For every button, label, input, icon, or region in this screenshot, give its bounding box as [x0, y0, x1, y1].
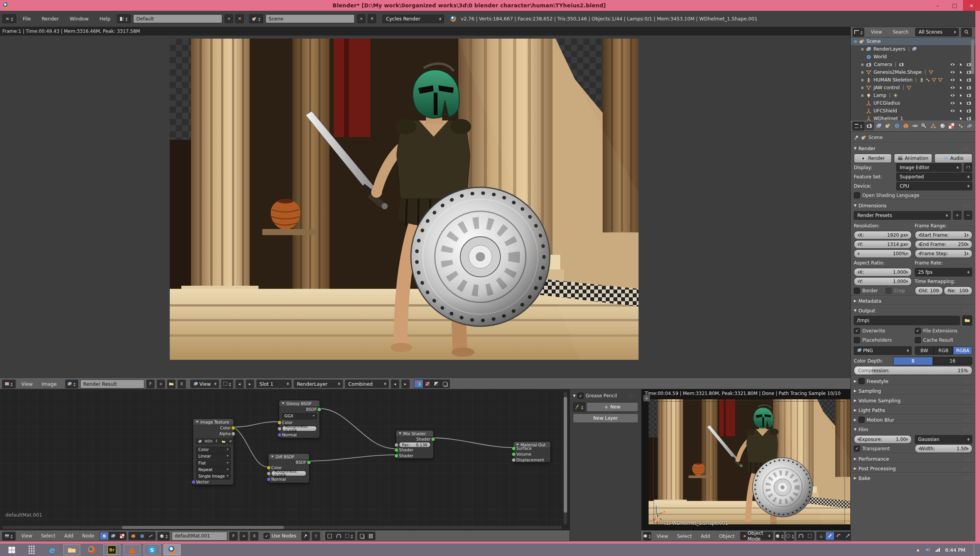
remap-old-field[interactable]: Old:100	[915, 286, 943, 295]
resolution-y-field[interactable]: Y:1314 px	[854, 240, 912, 249]
rgba-button[interactable]: RGBA	[953, 346, 972, 355]
aspect-y-field[interactable]: Y:1.000	[854, 277, 912, 286]
transparent-checkbox[interactable]: ✓	[854, 446, 860, 452]
vertical-scrollbar[interactable]	[564, 392, 567, 524]
horizontal-scrollbar[interactable]	[2, 526, 562, 529]
backdrop-icon[interactable]	[325, 532, 334, 540]
menu-view[interactable]: View	[18, 381, 36, 387]
manipulator-axis-icon[interactable]	[816, 532, 825, 540]
unlink-material-button[interactable]: X	[250, 532, 259, 541]
tab-object-data[interactable]	[929, 122, 938, 130]
socket-bsdf-out[interactable]	[307, 460, 311, 464]
panel-grip[interactable]: ::::	[963, 476, 970, 481]
panel-grip[interactable]: ::::	[963, 408, 970, 413]
projection-dropdown[interactable]: Flat	[196, 460, 231, 466]
snap-element-icon[interactable]	[796, 532, 805, 540]
panel-grip[interactable]: ::::	[963, 298, 970, 303]
show-hidden-icons-button[interactable]: ▲	[917, 548, 919, 552]
output-path-field[interactable]: /tmp\	[854, 316, 960, 325]
visibility-eye-icon[interactable]	[950, 70, 955, 74]
source-dropdown[interactable]: Single Image	[196, 473, 231, 480]
section-metadata[interactable]: ▶Metadata::::	[851, 296, 975, 305]
section-post-processing[interactable]: ▶Post Processing::::	[851, 463, 975, 473]
new-image-button[interactable]: +	[157, 380, 165, 388]
socket-color-in[interactable]	[277, 420, 282, 425]
region-expand-tab[interactable]: +	[643, 395, 650, 402]
socket-surface-in[interactable]	[512, 446, 516, 451]
osl-checkbox[interactable]	[854, 192, 860, 198]
menu-render[interactable]: Render	[37, 16, 63, 22]
window-titlebar[interactable]: Blender* [D:\My work\0organized works\3d…	[0, 0, 980, 11]
bw-button[interactable]: BW	[915, 346, 934, 355]
use-nodes-checkbox[interactable]: ✓	[264, 533, 270, 539]
render-pass-dropdown[interactable]: Combined	[345, 380, 389, 388]
menu-search[interactable]: Search	[889, 29, 913, 35]
go-to-parent-icon[interactable]: ⇧	[312, 532, 320, 541]
slot-dropdown[interactable]: Slot 1	[256, 380, 292, 388]
menu-image[interactable]: Image	[38, 381, 60, 387]
filter-width-field[interactable]: Width:1.50	[915, 444, 973, 453]
unlink-image-button[interactable]: X	[177, 380, 186, 388]
tab-physics[interactable]	[966, 122, 974, 130]
visibility-eye-icon[interactable]	[950, 109, 955, 113]
panel-grip[interactable]: ::::	[963, 456, 970, 461]
renderability-camera-icon[interactable]	[966, 93, 972, 97]
section-motion-blur[interactable]: ▶Motion Blur::::	[851, 415, 975, 424]
rgb-button[interactable]: RGB	[934, 346, 953, 355]
tab-render[interactable]	[865, 122, 874, 130]
selectability-cursor-icon[interactable]	[959, 109, 963, 113]
socket-normal-in[interactable]	[277, 433, 282, 437]
filter-type-dropdown[interactable]: Gaussian	[915, 435, 973, 444]
selectability-cursor-icon[interactable]	[959, 86, 963, 90]
socket-shader-out[interactable]	[431, 437, 435, 441]
image-name-field[interactable]: WDh	[204, 438, 213, 444]
scene-field[interactable]: Scene	[265, 14, 355, 23]
node-diffuse-bsdf[interactable]: Diff BSDF BSDF Color Roughness: 0.058 No…	[268, 453, 309, 483]
panel-grip[interactable]: ::::	[963, 388, 970, 393]
manipulator-translate-icon[interactable]	[825, 532, 834, 540]
viewport-shading-selector[interactable]	[775, 532, 784, 541]
renderability-camera-icon[interactable]	[966, 117, 972, 120]
frame-step-field[interactable]: Frame Step:1	[915, 249, 973, 258]
maximize-button[interactable]: □	[946, 0, 963, 11]
crop-checkbox[interactable]	[885, 288, 892, 294]
outliner-item-scene[interactable]: ⊖Scene	[851, 37, 975, 45]
new-grease-pencil-button[interactable]: +New	[586, 402, 638, 412]
socket-vector-in[interactable]	[191, 480, 196, 484]
snap-target-icon[interactable]	[805, 532, 814, 540]
fake-user-button[interactable]: F	[146, 380, 155, 388]
taskbar-blender-active[interactable]	[164, 544, 181, 555]
panel-grip[interactable]: ::::	[963, 308, 970, 313]
panel-grip[interactable]: ::::	[963, 427, 970, 432]
view-mode-dropdown[interactable]: View	[190, 380, 219, 388]
taskbar-vlc[interactable]	[123, 544, 140, 555]
panel-grip[interactable]: ::::	[963, 146, 970, 151]
distribution-dropdown[interactable]: GGX	[282, 413, 317, 419]
image-browse-icon[interactable]	[196, 438, 204, 444]
selectability-cursor-icon[interactable]	[959, 63, 963, 67]
editor-type-selector[interactable]	[2, 532, 16, 541]
outliner-item-camera[interactable]: ⊕Camera|	[851, 61, 975, 68]
animation-button[interactable]: Animation	[894, 154, 932, 163]
panel-grip[interactable]: ::::	[629, 393, 636, 398]
socket-displacement-in[interactable]	[512, 458, 516, 462]
menu-view[interactable]: View	[867, 29, 886, 35]
border-checkbox[interactable]	[854, 288, 860, 294]
section-performance[interactable]: ▶Performance::::	[851, 454, 975, 463]
slot-cube-icon[interactable]	[128, 532, 137, 540]
resolution-scale-slider[interactable]: 100%	[854, 249, 912, 258]
material-name-field[interactable]: defaultMat.001	[172, 532, 227, 541]
outliner-scrollbar[interactable]	[971, 39, 974, 74]
fake-user-button[interactable]: F	[229, 532, 238, 541]
end-frame-field[interactable]: End Frame:250	[915, 240, 973, 249]
panel-grip[interactable]: ::::	[963, 398, 970, 403]
placeholders-checkbox[interactable]	[854, 337, 860, 343]
manipulator-rotate-icon[interactable]	[834, 532, 843, 540]
menu-window[interactable]: Window	[65, 16, 93, 22]
taskbar-skype[interactable]: S	[144, 544, 161, 555]
viewport-rendered-preview[interactable]: Time:00:04.59 | Mem:3321.80M, Peak:3321.…	[641, 389, 850, 531]
menu-object[interactable]: Object	[715, 533, 738, 539]
taskbar-file-explorer[interactable]	[63, 544, 80, 555]
render-layer-dropdown[interactable]: RenderLayer	[294, 380, 343, 388]
taskbar-firefox[interactable]	[83, 544, 100, 555]
